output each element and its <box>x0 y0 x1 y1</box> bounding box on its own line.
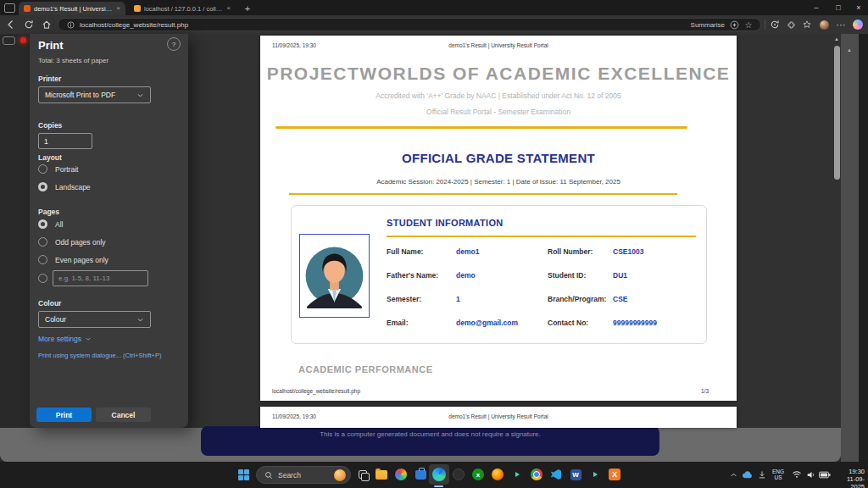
print-header-title: demo1's Result | University Result Porta… <box>260 413 737 419</box>
start-button[interactable] <box>235 466 252 483</box>
page-scrollbar[interactable]: ▲ <box>841 34 859 462</box>
folder-icon <box>376 470 387 480</box>
print-footer-page-number: 1/3 <box>701 388 709 394</box>
radio-landscape[interactable]: Landscape <box>38 182 91 191</box>
refresh-icon[interactable] <box>23 19 35 30</box>
profile-avatar[interactable] <box>817 18 831 31</box>
app-button-1[interactable] <box>450 466 467 483</box>
firefox-icon <box>492 469 504 480</box>
extensions-icon[interactable] <box>784 18 798 31</box>
summarise-icon[interactable] <box>729 19 739 30</box>
radio-odd-pages[interactable]: Odd pages only <box>38 237 106 247</box>
tray-date: 11-09-2025 <box>833 475 865 488</box>
radio-portrait[interactable]: Portrait <box>38 164 78 174</box>
photos-button[interactable] <box>392 466 409 483</box>
radio-icon[interactable] <box>38 274 47 283</box>
colour-value: Colour <box>45 315 66 324</box>
tab-close-icon[interactable]: × <box>116 5 120 12</box>
tray-language[interactable]: ENG US <box>770 466 787 485</box>
tray-onedrive[interactable] <box>740 466 754 483</box>
site-info-icon[interactable] <box>65 19 75 30</box>
academic-performance-title: ACADEMIC PERFORMANCE <box>298 364 433 374</box>
help-icon[interactable]: ? <box>167 37 181 51</box>
scroll-up-icon[interactable]: ▲ <box>847 47 852 53</box>
browser-essentials-icon[interactable] <box>768 18 782 31</box>
home-icon[interactable] <box>41 19 53 30</box>
copies-input[interactable] <box>38 133 92 149</box>
xampp-button[interactable]: X <box>606 466 623 483</box>
cancel-button[interactable]: Cancel <box>96 408 151 422</box>
printer-select[interactable]: Microsoft Print to PDF <box>38 86 151 103</box>
tab-close-icon[interactable]: × <box>226 5 231 12</box>
address-bar[interactable]: localhost/college_website/result.php Sum… <box>58 18 761 31</box>
preview-scrollbar-thumb[interactable] <box>834 46 840 180</box>
close-button[interactable]: × <box>848 0 868 15</box>
tab-search-icon[interactable] <box>4 3 15 13</box>
field-value: demo@gmail.com <box>456 319 518 327</box>
favorite-star-icon[interactable]: ☆ <box>743 19 754 30</box>
tray-download[interactable] <box>756 466 768 483</box>
vscode-button[interactable] <box>548 466 565 483</box>
more-settings-link[interactable]: More settings <box>38 335 92 343</box>
vscode-icon <box>551 469 561 480</box>
radio-all-pages[interactable]: All <box>38 219 63 229</box>
taskbar-search[interactable]: Search <box>256 466 351 484</box>
field-label: Branch/Program: <box>548 295 606 303</box>
back-icon[interactable] <box>5 19 17 30</box>
info-row: Full Name: demo1 Roll Number: CSE1003 <box>292 247 708 258</box>
summarise-label[interactable]: Summarise <box>691 21 725 29</box>
custom-pages-input[interactable] <box>53 270 148 286</box>
word-button[interactable]: W <box>567 466 584 483</box>
ide-icon <box>590 469 601 480</box>
tray-wifi[interactable] <box>790 466 803 483</box>
radio-label: Portrait <box>55 165 78 174</box>
more-menu-icon[interactable]: ⋯ <box>834 18 848 31</box>
radio-icon[interactable] <box>38 164 47 174</box>
print-dialog: Print ? Total: 3 sheets of paper Printer… <box>30 34 188 428</box>
speaker-icon <box>806 470 815 480</box>
tab-phpmyadmin[interactable]: localhost / 127.0.0.1 / college_db × <box>129 2 236 15</box>
minimize-button[interactable]: – <box>805 0 827 15</box>
tab-result-page[interactable]: demo1's Result | University Result Porta… <box>19 2 125 15</box>
firefox-button[interactable] <box>489 466 506 483</box>
edge-button[interactable] <box>429 464 449 485</box>
tray-battery[interactable] <box>817 466 832 483</box>
maximize-button[interactable]: □ <box>827 0 849 15</box>
cloud-icon <box>741 470 753 479</box>
preview-scroll-up-icon[interactable]: ▲ <box>834 36 839 42</box>
photos-icon <box>395 469 407 480</box>
colour-select[interactable]: Colour <box>38 311 151 328</box>
download-arrow-icon <box>758 470 766 480</box>
ide-button-1[interactable] <box>509 466 526 483</box>
system-dialog-link[interactable]: Print using system dialogue... (Ctrl+Shi… <box>38 352 161 359</box>
print-button[interactable]: Print <box>36 408 92 422</box>
edge-active-indicator <box>434 485 443 487</box>
radio-icon-selected[interactable] <box>38 182 47 191</box>
tray-volume[interactable] <box>804 466 816 483</box>
radio-icon[interactable] <box>38 255 47 264</box>
gold-divider <box>275 126 687 129</box>
microsoft-store-button[interactable] <box>412 466 429 483</box>
printer-value: Microsoft Print to PDF <box>45 91 115 99</box>
tray-chevron-up[interactable] <box>727 466 739 483</box>
word-icon: W <box>570 469 581 480</box>
radio-even-pages[interactable]: Even pages only <box>38 255 108 264</box>
sidebar-toggle-icon[interactable] <box>3 36 15 45</box>
new-tab-button[interactable]: + <box>241 2 254 15</box>
chrome-button[interactable] <box>528 466 545 483</box>
search-highlight-icon[interactable] <box>334 469 346 481</box>
task-view-icon <box>359 470 368 480</box>
tray-clock[interactable]: 19:30 11-09-2025 <box>833 466 865 485</box>
copilot-icon[interactable] <box>851 18 865 31</box>
file-explorer-button[interactable] <box>373 466 390 483</box>
tray-time: 19:30 <box>833 468 865 475</box>
desktop-screen: demo1's Result | University Result Porta… <box>0 0 868 488</box>
favourites-icon[interactable] <box>800 18 814 31</box>
ide-button-2[interactable] <box>587 466 604 483</box>
portal-line: Official Result Portal - Semester Examin… <box>260 108 737 116</box>
xbox-button[interactable]: x <box>470 466 487 483</box>
radio-custom-pages[interactable] <box>38 274 47 283</box>
radio-icon[interactable] <box>38 237 47 247</box>
radio-icon-selected[interactable] <box>38 219 47 229</box>
task-view-button[interactable] <box>354 466 371 483</box>
